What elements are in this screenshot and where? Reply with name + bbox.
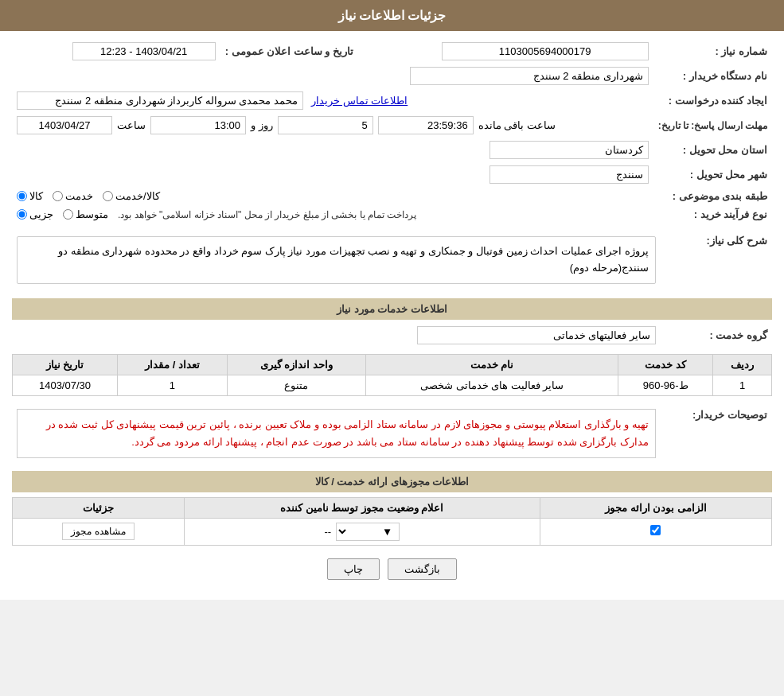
permit-status-value: -- xyxy=(324,526,331,538)
permit-status-select[interactable]: ▼ xyxy=(336,523,400,541)
cell-qty: 1 xyxy=(117,375,227,395)
page-wrapper: جزئیات اطلاعات نیاز شماره نیاز : 1103005… xyxy=(0,0,784,600)
buyer-notes-table: توصیحات خریدار: تهیه و بارگذاری استعلام … xyxy=(12,402,772,465)
buyer-notes-cell: تهیه و بارگذاری استعلام پیوستی و مجوزهای… xyxy=(12,402,661,465)
need-description-label: شرح کلی نیاز: xyxy=(661,228,772,292)
service-group-label: گروه خدمت : xyxy=(661,323,772,348)
main-content: شماره نیاز : 1103005694000179 تاریخ و سا… xyxy=(0,31,784,600)
category-kala[interactable]: کالا xyxy=(17,190,43,202)
print-button[interactable]: چاپ xyxy=(327,558,380,580)
province-input: کردستان xyxy=(490,141,649,159)
page-title: جزئیات اطلاعات نیاز xyxy=(338,9,447,22)
cell-row: 1 xyxy=(713,375,772,395)
response-deadline-label: مهلت ارسال پاسخ: تا تاریخ: xyxy=(653,113,772,138)
province-value: کردستان xyxy=(12,138,653,162)
buyer-org-input: شهرداری منطقه 2 سنندج xyxy=(410,67,649,85)
need-description-box: پروژه اجرای عملیات احداث زمین فوتبال و ج… xyxy=(17,236,656,284)
response-remaining-input: 23:59:36 xyxy=(378,116,474,134)
grid-header-code: کد خدمت xyxy=(618,354,713,375)
buyer-notes-box: تهیه و بارگذاری استعلام پیوستی و مجوزهای… xyxy=(17,409,656,458)
process-type-label: نوع فرآیند خرید : xyxy=(653,205,772,224)
permit-mandatory-cell xyxy=(540,518,771,545)
category-khedmat[interactable]: خدمت xyxy=(53,190,93,202)
grid-header-row: ردیف xyxy=(713,354,772,375)
permits-section-title: اطلاعات مجوزهای ارائه خدمت / کالا xyxy=(12,471,772,492)
response-time-label: ساعت xyxy=(117,119,146,131)
table-row: 1 ط-96-960 سایر فعالیت های خدماتی شخصی م… xyxy=(13,375,772,395)
buyer-notes-text: تهیه و بارگذاری استعلام پیوستی و مجوزهای… xyxy=(46,418,649,448)
response-day-input: 5 xyxy=(278,116,373,134)
response-remaining-label: ساعت باقی مانده xyxy=(478,119,556,131)
permit-header-mandatory: الزامی بودن ارائه مجوز xyxy=(540,497,771,518)
announcement-datetime-input: 1403/04/21 - 12:23 xyxy=(72,42,216,60)
need-description-table: شرح کلی نیاز: پروژه اجرای عملیات احداث ز… xyxy=(12,228,772,292)
cell-name: سایر فعالیت های خدماتی شخصی xyxy=(365,375,618,395)
services-section-title: اطلاعات خدمات مورد نیاز xyxy=(12,298,772,320)
service-group-input: سایر فعالیتهای خدماتی xyxy=(417,326,656,344)
grid-header-date: تاریخ نیاز xyxy=(13,354,118,375)
creator-label: ایجاد کننده درخواست : xyxy=(653,88,772,113)
response-deadline-row: 1403/04/27 ساعت 13:00 روز و 5 23:59:36 س… xyxy=(12,113,653,138)
need-description-cell: پروژه اجرای عملیات احداث زمین فوتبال و ج… xyxy=(12,228,661,292)
process-motavasset[interactable]: متوسط xyxy=(63,208,108,220)
category-kala-khedmat[interactable]: کالا/خدمت xyxy=(103,190,160,202)
need-number-value: 1103005694000179 xyxy=(358,39,653,64)
process-jozi[interactable]: جزیی xyxy=(17,208,53,220)
process-type-row: جزیی متوسط پرداخت تمام یا بخشی از مبلغ خ… xyxy=(12,205,653,224)
grid-header-qty: تعداد / مقدار xyxy=(117,354,227,375)
buyer-notes-label: توصیحات خریدار: xyxy=(661,402,772,465)
permit-header-status: اعلام وضعیت مجوز توسط نامین کننده xyxy=(184,497,540,518)
announcement-datetime-label: تاریخ و ساعت اعلان عمومی : xyxy=(220,39,358,64)
service-group-value: سایر فعالیتهای خدماتی xyxy=(12,323,661,348)
page-header: جزئیات اطلاعات نیاز xyxy=(0,0,784,31)
permit-view-button[interactable]: مشاهده مجوز xyxy=(62,523,134,540)
creator-input: محمد محمدی سرواله کاربرداز شهرداری منطقه… xyxy=(17,91,303,110)
buyer-org-label: نام دستگاه خریدار : xyxy=(653,64,772,88)
services-grid: ردیف کد خدمت نام خدمت واحد اندازه گیری ت… xyxy=(12,354,772,396)
cell-unit: متنوع xyxy=(227,375,365,395)
grid-header-name: نام خدمت xyxy=(365,354,618,375)
response-time-input: 13:00 xyxy=(150,116,246,134)
permit-status-cell: ▼ -- xyxy=(184,518,540,545)
back-button[interactable]: بازگشت xyxy=(388,558,457,580)
process-note: پرداخت تمام یا بخشی از مبلغ خریدار از مح… xyxy=(118,209,416,220)
permit-mandatory-checkbox[interactable] xyxy=(650,525,661,535)
buyer-org-value: شهرداری منطقه 2 سنندج xyxy=(12,64,653,88)
buyer-contact-link[interactable]: اطلاعات تماس خریدار xyxy=(311,95,408,107)
cell-date: 1403/07/30 xyxy=(13,375,118,395)
cell-code: ط-96-960 xyxy=(618,375,713,395)
announcement-datetime-value: 1403/04/21 - 12:23 xyxy=(12,39,220,64)
service-group-table: گروه خدمت : سایر فعالیتهای خدماتی xyxy=(12,323,772,348)
province-label: استان محل تحویل : xyxy=(653,138,772,162)
response-date-input: 1403/04/27 xyxy=(17,116,112,134)
list-item: ▼ -- مشاهده مجوز xyxy=(13,518,772,545)
response-day-label: روز و xyxy=(251,119,273,131)
creator-row: محمد محمدی سرواله کاربرداز شهرداری منطقه… xyxy=(12,88,653,113)
permit-detail-cell: مشاهده مجوز xyxy=(13,518,185,545)
info-table: شماره نیاز : 1103005694000179 تاریخ و سا… xyxy=(12,39,772,224)
grid-header-unit: واحد اندازه گیری xyxy=(227,354,365,375)
city-label: شهر محل تحویل : xyxy=(653,162,772,187)
city-value: سنندج xyxy=(12,162,653,187)
city-input: سنندج xyxy=(490,165,649,184)
need-number-label: شماره نیاز : xyxy=(653,39,772,64)
buttons-row: بازگشت چاپ xyxy=(12,550,772,592)
category-label: طبقه بندی موضوعی : xyxy=(653,187,772,205)
permit-table: الزامی بودن ارائه مجوز اعلام وضعیت مجوز … xyxy=(12,497,772,546)
permit-header-details: جزئیات xyxy=(13,497,185,518)
need-number-input: 1103005694000179 xyxy=(442,42,649,60)
category-row: کالا خدمت کالا/خدمت xyxy=(12,187,653,205)
